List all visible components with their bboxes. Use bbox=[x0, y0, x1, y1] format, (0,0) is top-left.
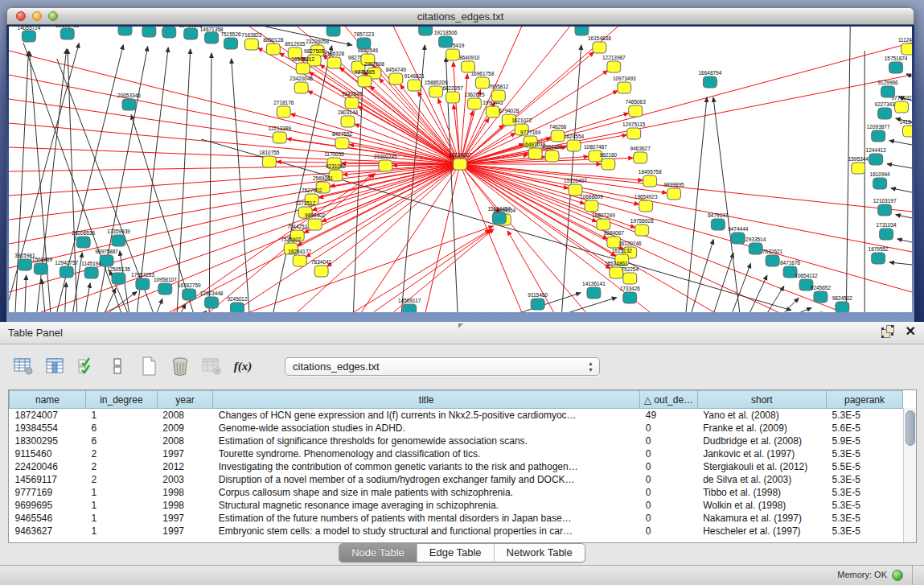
column-header[interactable]: pagerank bbox=[826, 391, 902, 409]
table-cell[interactable]: 5.6E-5 bbox=[826, 422, 902, 435]
table-cell[interactable]: 0 bbox=[640, 486, 697, 499]
table-row[interactable]: 911546021997Tourette syndrome. Phenomeno… bbox=[10, 447, 903, 460]
graph-node[interactable] bbox=[205, 297, 219, 308]
table-cell[interactable]: 0 bbox=[640, 525, 697, 538]
table-cell[interactable]: 2 bbox=[85, 473, 157, 486]
graph-node[interactable] bbox=[262, 156, 276, 167]
table-cell[interactable]: 0 bbox=[640, 499, 697, 512]
graph-node[interactable] bbox=[623, 273, 637, 284]
graph-node[interactable] bbox=[901, 43, 912, 55]
table-cell[interactable]: 0 bbox=[640, 460, 697, 473]
table-cell[interactable]: 0 bbox=[640, 512, 697, 525]
network-view-window[interactable]: citations_edges.txt 18724007716382288601… bbox=[6, 7, 914, 322]
column-header[interactable]: short bbox=[697, 391, 826, 409]
table-cell[interactable]: 5.3E-5 bbox=[826, 473, 902, 486]
float-panel-icon[interactable] bbox=[881, 325, 894, 338]
column-header[interactable]: in_degree bbox=[85, 391, 157, 409]
graph-node[interactable] bbox=[836, 302, 849, 312]
table-cell[interactable]: 5.3E-5 bbox=[826, 512, 902, 525]
graph-node[interactable] bbox=[293, 255, 306, 266]
graph-node[interactable] bbox=[84, 267, 98, 278]
graph-node[interactable] bbox=[607, 61, 621, 72]
table-cell[interactable]: Dudbridge et al. (2008) bbox=[697, 435, 826, 447]
graph-node[interactable] bbox=[852, 163, 865, 174]
graph-node[interactable] bbox=[475, 77, 489, 89]
graph-node[interactable] bbox=[602, 159, 615, 170]
graph-node[interactable] bbox=[112, 235, 125, 246]
graph-node[interactable] bbox=[158, 283, 172, 295]
table-cell[interactable]: 2009 bbox=[157, 422, 212, 435]
graph-node[interactable] bbox=[814, 291, 827, 303]
graph-node[interactable] bbox=[294, 82, 308, 93]
graph-node[interactable] bbox=[142, 27, 156, 37]
delete-selected-button[interactable] bbox=[170, 356, 191, 377]
table-cell[interactable]: 5.9E-5 bbox=[826, 435, 902, 447]
graph-node[interactable] bbox=[162, 27, 176, 38]
graph-node[interactable] bbox=[100, 255, 113, 266]
table-cell[interactable]: Stergiakouli et al. (2012) bbox=[697, 460, 826, 473]
table-selector-dropdown[interactable]: citations_edges.txt ▲▼ bbox=[285, 357, 600, 376]
graph-node[interactable] bbox=[296, 63, 310, 74]
graph-node[interactable] bbox=[551, 130, 565, 142]
graph-node[interactable] bbox=[872, 130, 885, 142]
function-builder-button[interactable]: f(x) bbox=[232, 356, 253, 377]
table-cell[interactable]: 6 bbox=[85, 435, 157, 447]
graph-node[interactable] bbox=[408, 80, 421, 91]
network-graph[interactable]: 1872400771638228860128891293523226058982… bbox=[9, 27, 912, 312]
table-row[interactable]: 946554611997Estimation of the future num… bbox=[10, 512, 903, 525]
tab-node-table[interactable]: Node Table bbox=[339, 544, 417, 562]
table-settings-button[interactable] bbox=[13, 356, 34, 377]
table-cell[interactable]: 0 bbox=[640, 422, 697, 435]
graph-node[interactable] bbox=[467, 98, 481, 109]
table-cell[interactable]: 2012 bbox=[157, 460, 212, 473]
tab-edge-table[interactable]: Edge Table bbox=[417, 544, 494, 562]
table-cell[interactable]: 19384554 bbox=[10, 422, 86, 435]
graph-node[interactable] bbox=[345, 97, 359, 109]
graph-node[interactable] bbox=[635, 225, 649, 236]
graph-node[interactable] bbox=[531, 299, 544, 310]
scrollbar-thumb[interactable] bbox=[906, 410, 915, 446]
graph-node[interactable] bbox=[627, 128, 641, 139]
table-vertical-scrollbar[interactable] bbox=[903, 408, 916, 542]
window-titlebar[interactable]: citations_edges.txt bbox=[6, 7, 914, 25]
graph-node[interactable] bbox=[205, 32, 219, 43]
graph-node[interactable] bbox=[60, 266, 73, 278]
table-cell[interactable]: 14569117 bbox=[10, 473, 86, 486]
table-cell[interactable]: 1 bbox=[85, 525, 157, 538]
show-columns-button[interactable] bbox=[44, 356, 65, 377]
graph-node[interactable] bbox=[749, 243, 762, 254]
graph-node[interactable] bbox=[22, 31, 35, 42]
table-cell[interactable]: 5.3E-5 bbox=[826, 486, 902, 499]
table-row[interactable]: 1872400712008Changes of HCN gene express… bbox=[10, 409, 903, 422]
graph-node[interactable] bbox=[880, 229, 893, 240]
graph-node[interactable] bbox=[446, 49, 460, 60]
graph-node[interactable] bbox=[379, 160, 392, 171]
graph-node[interactable] bbox=[358, 76, 372, 87]
table-cell[interactable]: 49 bbox=[640, 409, 697, 422]
graph-node[interactable] bbox=[895, 101, 909, 113]
graph-node[interactable] bbox=[122, 99, 136, 110]
table-cell[interactable]: 1 bbox=[85, 512, 157, 525]
table-row[interactable]: 1830029562008Estimation of significance … bbox=[10, 435, 903, 447]
table-cell[interactable]: Genome-wide association studies in ADHD. bbox=[213, 422, 640, 435]
network-canvas[interactable]: 1872400771638228860128891293523226058982… bbox=[9, 27, 912, 312]
table-cell[interactable]: 0 bbox=[640, 473, 697, 486]
graph-node[interactable] bbox=[575, 27, 589, 35]
table-cell[interactable]: Embryonic stem cells: a model to study s… bbox=[213, 525, 640, 538]
table-cell[interactable]: Structural magnetic resonance image aver… bbox=[213, 499, 640, 512]
table-cell[interactable]: 9699695 bbox=[10, 499, 86, 512]
table-cell[interactable]: Corpus callosum shape and size in male p… bbox=[213, 486, 640, 499]
table-row[interactable]: 946362711997Embryonic stem cells: a mode… bbox=[10, 525, 903, 538]
table-cell[interactable]: 18300295 bbox=[10, 435, 86, 447]
graph-node[interactable] bbox=[266, 43, 280, 55]
table-cell[interactable]: 1997 bbox=[157, 447, 212, 460]
table-row[interactable]: 1938455462009Genome-wide association stu… bbox=[10, 422, 903, 435]
table-cell[interactable]: Disruption of a novel member of a sodium… bbox=[213, 473, 640, 486]
table-row[interactable]: 969969511998Structural magnetic resonanc… bbox=[10, 499, 903, 512]
table-cell[interactable]: 5.3E-5 bbox=[826, 525, 902, 538]
close-panel-icon[interactable]: ✕ bbox=[906, 325, 916, 338]
table-cell[interactable]: Wolkin et al. (1998) bbox=[697, 499, 826, 512]
table-cell[interactable]: 1 bbox=[85, 499, 157, 512]
table-cell[interactable]: Hescheler et al. (1997) bbox=[697, 525, 826, 538]
table-cell[interactable]: 2 bbox=[85, 447, 157, 460]
